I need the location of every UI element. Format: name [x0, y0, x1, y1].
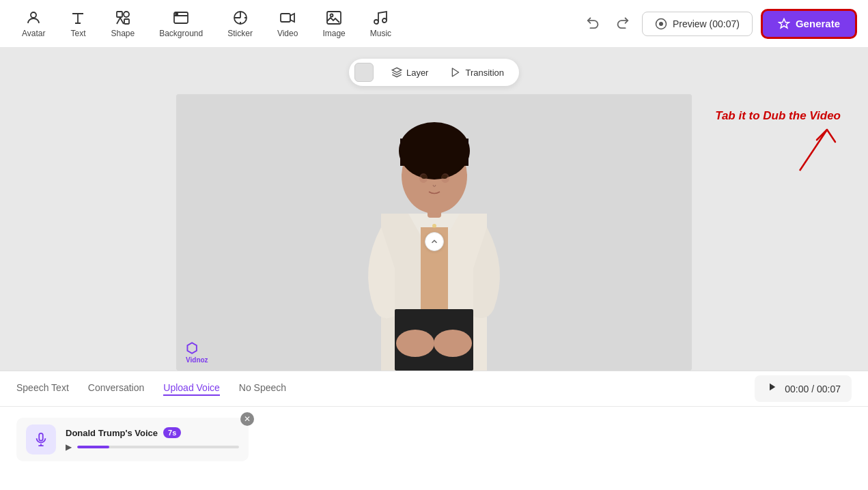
color-swatch[interactable]: [354, 63, 374, 82]
svg-point-28: [396, 330, 434, 357]
layer-bar: Layer Transition: [349, 59, 519, 86]
voice-icon: [26, 424, 56, 455]
bottom-tabs: Speech Text Conversation Upload Voice No…: [0, 371, 868, 407]
tab-conversation[interactable]: Conversation: [88, 382, 145, 396]
background-label: Background: [159, 29, 203, 38]
svg-point-30: [432, 224, 436, 228]
preview-button[interactable]: Preview (00:07): [642, 12, 753, 36]
voice-name: Donald Trump's Voice: [66, 428, 158, 438]
generate-button[interactable]: Generate: [761, 9, 857, 39]
voice-name-row: Donald Trump's Voice 7s: [66, 427, 239, 438]
redo-button[interactable]: [611, 10, 634, 37]
close-voice-button[interactable]: ✕: [240, 412, 254, 426]
voice-item: Donald Trump's Voice 7s ▶ ✕: [16, 418, 249, 461]
toolbar-item-image[interactable]: Image: [311, 5, 356, 42]
svg-point-5: [176, 13, 177, 14]
shape-label: Shape: [111, 29, 135, 38]
shape-icon: [115, 10, 131, 26]
svg-point-29: [434, 330, 472, 357]
music-label: Music: [370, 29, 391, 38]
voice-progress-row: ▶: [66, 442, 239, 452]
toolbar-right: Preview (00:07) Generate: [582, 9, 857, 39]
annotation-area: Tab it to Dub the Video: [715, 109, 841, 177]
bottom-content: Donald Trump's Voice 7s ▶ ✕: [0, 407, 868, 472]
text-label: Text: [70, 29, 85, 38]
voice-progress-fill: [77, 446, 109, 448]
time-display: 00:00 / 00:07: [785, 384, 841, 394]
avatar-icon: [25, 10, 42, 26]
svg-point-27: [442, 175, 447, 179]
transition-label: Transition: [465, 68, 504, 78]
bottom-panel: Speech Text Conversation Upload Voice No…: [0, 371, 868, 490]
svg-point-13: [660, 22, 663, 25]
watermark-icon: ⬡: [186, 340, 197, 356]
generate-label: Generate: [796, 18, 840, 29]
playback-control: 00:00 / 00:07: [755, 375, 852, 402]
svg-rect-31: [39, 433, 43, 441]
svg-point-11: [382, 18, 387, 23]
voice-info: Donald Trump's Voice 7s ▶: [66, 427, 239, 452]
layer-label: Layer: [406, 68, 429, 78]
undo-button[interactable]: [582, 10, 605, 37]
sticker-icon: [232, 10, 249, 26]
voice-progress-bar: [77, 446, 239, 448]
watermark: ⬡ Vidnoz: [186, 340, 208, 364]
svg-point-2: [124, 12, 129, 17]
main-content: Layer Transition: [0, 48, 868, 371]
transition-button[interactable]: Transition: [440, 63, 514, 82]
annotation-text: Tab it to Dub the Video: [715, 109, 841, 123]
toolbar-item-sticker[interactable]: Sticker: [216, 5, 264, 42]
text-icon: [70, 10, 86, 26]
svg-point-26: [421, 175, 427, 179]
canvas-area: Layer Transition: [0, 48, 868, 371]
svg-rect-23: [400, 139, 468, 166]
tab-speech-text[interactable]: Speech Text: [16, 382, 69, 396]
svg-rect-7: [281, 14, 290, 22]
avatar-label: Avatar: [22, 29, 45, 38]
toolbar-item-video[interactable]: Video: [266, 5, 309, 42]
svg-point-0: [31, 12, 36, 18]
voice-mini-play[interactable]: ▶: [66, 442, 72, 452]
toolbar: Avatar Text Shape: [0, 0, 868, 48]
play-button[interactable]: [766, 381, 778, 397]
toolbar-item-avatar[interactable]: Avatar: [11, 5, 56, 42]
music-icon: [372, 10, 389, 26]
collapse-button[interactable]: [425, 232, 444, 251]
undo-redo-group: [582, 10, 634, 37]
image-icon: [326, 10, 342, 26]
tab-no-speech[interactable]: No Speech: [239, 382, 286, 396]
watermark-text: Vidnoz: [186, 356, 208, 364]
sticker-label: Sticker: [227, 29, 253, 38]
voice-badge: 7s: [163, 427, 181, 438]
layer-button[interactable]: Layer: [382, 63, 438, 82]
background-icon: [173, 10, 189, 26]
toolbar-item-background[interactable]: Background: [148, 5, 214, 42]
annotation-arrow-icon: [786, 123, 841, 177]
svg-point-9: [331, 14, 333, 16]
svg-rect-1: [117, 12, 122, 17]
svg-rect-3: [124, 19, 129, 24]
preview-label: Preview (00:07): [673, 18, 740, 29]
toolbar-items: Avatar Text Shape: [11, 5, 576, 42]
toolbar-item-text[interactable]: Text: [59, 5, 97, 42]
video-label: Video: [277, 29, 298, 38]
toolbar-item-shape[interactable]: Shape: [100, 5, 145, 42]
video-icon: [279, 10, 296, 26]
tab-upload-voice[interactable]: Upload Voice: [163, 382, 220, 396]
toolbar-item-music[interactable]: Music: [359, 5, 402, 42]
image-label: Image: [322, 29, 345, 38]
svg-point-10: [374, 20, 378, 24]
